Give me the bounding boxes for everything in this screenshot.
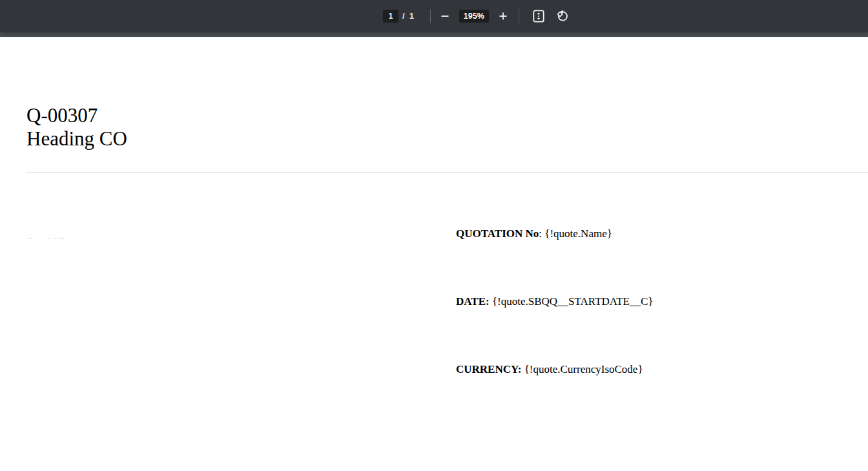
toolbar-separator <box>519 9 519 23</box>
zoom-out-button[interactable] <box>440 11 450 21</box>
page-divider: / <box>402 11 405 21</box>
pdf-toolbar: / 1 195% <box>0 0 868 32</box>
pdf-page: Q-00307 Heading CO QUOTATION No: {!quote… <box>0 37 868 471</box>
date-value: {!quote.SBQQ__STARTDATE__C} <box>490 295 654 308</box>
toolbar-controls: / 1 195% <box>383 0 569 32</box>
toolbar-separator <box>430 9 431 23</box>
pdf-viewer-scroll-area[interactable]: Q-00307 Heading CO QUOTATION No: {!quote… <box>0 32 868 471</box>
rotate-counterclockwise-button[interactable] <box>556 10 569 23</box>
horizontal-rule <box>26 172 868 173</box>
fit-to-page-icon <box>533 10 544 23</box>
document-heading: Q-00307 Heading CO <box>26 104 127 151</box>
quote-number-heading: Q-00307 <box>26 104 127 127</box>
fit-to-page-button[interactable] <box>533 10 544 23</box>
minus-icon <box>440 11 450 21</box>
company-heading: Heading CO <box>26 127 127 151</box>
page-count: 1 <box>409 11 414 21</box>
quotation-no-label: QUOTATION No <box>456 227 539 240</box>
page-number-input[interactable] <box>383 10 398 23</box>
date-field: DATE: {!quote.SBQQ__STARTDATE__C} <box>456 295 653 308</box>
date-label: DATE: <box>456 295 490 308</box>
currency-label: CURRENCY: <box>456 363 521 375</box>
quotation-no-field: QUOTATION No: {!quote.Name} <box>456 227 612 240</box>
plus-icon <box>498 11 508 21</box>
currency-field: CURRENCY: {!quote.CurrencyIsoCode} <box>456 363 643 376</box>
zoom-level-display: 195% <box>459 10 489 23</box>
currency-value: {!quote.CurrencyIsoCode} <box>521 363 643 375</box>
rotate-counterclockwise-icon <box>556 10 569 23</box>
quotation-no-value: : {!quote.Name} <box>539 227 612 240</box>
faint-placeholder-marks <box>28 238 64 239</box>
zoom-in-button[interactable] <box>498 11 508 21</box>
